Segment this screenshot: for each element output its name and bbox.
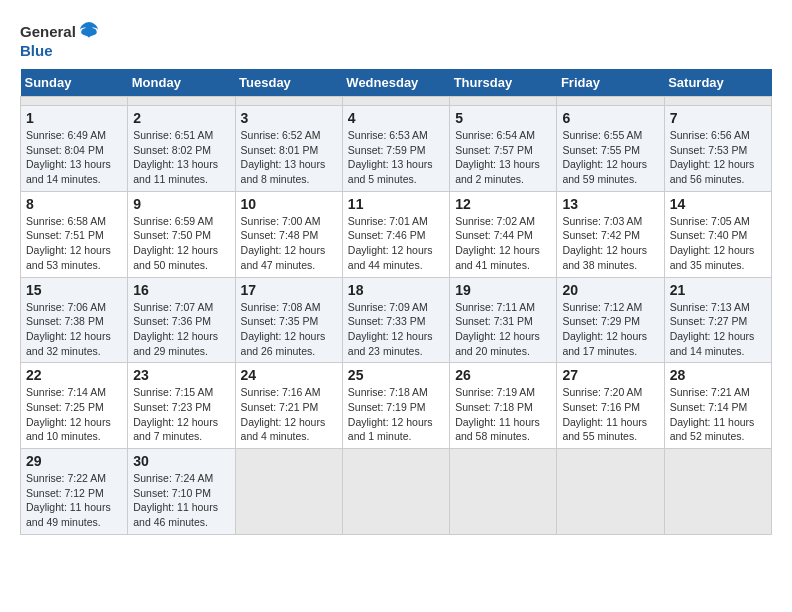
day-info: Sunrise: 7:07 AMSunset: 7:36 PMDaylight:… bbox=[133, 300, 229, 359]
day-info: Sunrise: 7:03 AMSunset: 7:42 PMDaylight:… bbox=[562, 214, 658, 273]
calendar-cell bbox=[342, 97, 449, 106]
day-info: Sunrise: 7:22 AMSunset: 7:12 PMDaylight:… bbox=[26, 471, 122, 530]
calendar-cell bbox=[664, 449, 771, 535]
calendar-cell: 5Sunrise: 6:54 AMSunset: 7:57 PMDaylight… bbox=[450, 106, 557, 192]
day-info: Sunrise: 6:53 AMSunset: 7:59 PMDaylight:… bbox=[348, 128, 444, 187]
calendar-cell: 4Sunrise: 6:53 AMSunset: 7:59 PMDaylight… bbox=[342, 106, 449, 192]
calendar-cell: 26Sunrise: 7:19 AMSunset: 7:18 PMDayligh… bbox=[450, 363, 557, 449]
calendar-cell bbox=[235, 97, 342, 106]
day-info: Sunrise: 6:51 AMSunset: 8:02 PMDaylight:… bbox=[133, 128, 229, 187]
calendar-cell: 22Sunrise: 7:14 AMSunset: 7:25 PMDayligh… bbox=[21, 363, 128, 449]
day-info: Sunrise: 7:11 AMSunset: 7:31 PMDaylight:… bbox=[455, 300, 551, 359]
calendar-cell: 29Sunrise: 7:22 AMSunset: 7:12 PMDayligh… bbox=[21, 449, 128, 535]
calendar-cell: 2Sunrise: 6:51 AMSunset: 8:02 PMDaylight… bbox=[128, 106, 235, 192]
day-number: 7 bbox=[670, 110, 766, 126]
calendar-cell: 15Sunrise: 7:06 AMSunset: 7:38 PMDayligh… bbox=[21, 277, 128, 363]
day-number: 13 bbox=[562, 196, 658, 212]
day-number: 1 bbox=[26, 110, 122, 126]
day-number: 4 bbox=[348, 110, 444, 126]
logo-blue: Blue bbox=[20, 42, 53, 59]
day-info: Sunrise: 7:15 AMSunset: 7:23 PMDaylight:… bbox=[133, 385, 229, 444]
day-info: Sunrise: 7:13 AMSunset: 7:27 PMDaylight:… bbox=[670, 300, 766, 359]
calendar-week-5: 22Sunrise: 7:14 AMSunset: 7:25 PMDayligh… bbox=[21, 363, 772, 449]
logo: General Blue bbox=[20, 20, 100, 59]
calendar-table: SundayMondayTuesdayWednesdayThursdayFrid… bbox=[20, 69, 772, 535]
calendar-cell bbox=[557, 449, 664, 535]
calendar-cell: 12Sunrise: 7:02 AMSunset: 7:44 PMDayligh… bbox=[450, 191, 557, 277]
calendar-cell bbox=[128, 97, 235, 106]
calendar-cell: 28Sunrise: 7:21 AMSunset: 7:14 PMDayligh… bbox=[664, 363, 771, 449]
weekday-header-saturday: Saturday bbox=[664, 69, 771, 97]
weekday-header-friday: Friday bbox=[557, 69, 664, 97]
day-info: Sunrise: 7:05 AMSunset: 7:40 PMDaylight:… bbox=[670, 214, 766, 273]
calendar-week-2: 1Sunrise: 6:49 AMSunset: 8:04 PMDaylight… bbox=[21, 106, 772, 192]
day-info: Sunrise: 6:55 AMSunset: 7:55 PMDaylight:… bbox=[562, 128, 658, 187]
weekday-header-row: SundayMondayTuesdayWednesdayThursdayFrid… bbox=[21, 69, 772, 97]
day-info: Sunrise: 6:52 AMSunset: 8:01 PMDaylight:… bbox=[241, 128, 337, 187]
day-number: 2 bbox=[133, 110, 229, 126]
day-info: Sunrise: 7:09 AMSunset: 7:33 PMDaylight:… bbox=[348, 300, 444, 359]
calendar-cell: 1Sunrise: 6:49 AMSunset: 8:04 PMDaylight… bbox=[21, 106, 128, 192]
weekday-header-thursday: Thursday bbox=[450, 69, 557, 97]
day-number: 3 bbox=[241, 110, 337, 126]
day-info: Sunrise: 7:08 AMSunset: 7:35 PMDaylight:… bbox=[241, 300, 337, 359]
calendar-cell bbox=[450, 449, 557, 535]
calendar-cell: 9Sunrise: 6:59 AMSunset: 7:50 PMDaylight… bbox=[128, 191, 235, 277]
day-number: 27 bbox=[562, 367, 658, 383]
day-number: 12 bbox=[455, 196, 551, 212]
calendar-cell bbox=[235, 449, 342, 535]
calendar-cell: 8Sunrise: 6:58 AMSunset: 7:51 PMDaylight… bbox=[21, 191, 128, 277]
calendar-cell bbox=[21, 97, 128, 106]
day-info: Sunrise: 6:59 AMSunset: 7:50 PMDaylight:… bbox=[133, 214, 229, 273]
calendar-cell: 10Sunrise: 7:00 AMSunset: 7:48 PMDayligh… bbox=[235, 191, 342, 277]
day-number: 6 bbox=[562, 110, 658, 126]
day-number: 19 bbox=[455, 282, 551, 298]
day-number: 9 bbox=[133, 196, 229, 212]
day-number: 23 bbox=[133, 367, 229, 383]
day-info: Sunrise: 7:02 AMSunset: 7:44 PMDaylight:… bbox=[455, 214, 551, 273]
day-number: 22 bbox=[26, 367, 122, 383]
calendar-cell bbox=[664, 97, 771, 106]
calendar-cell: 25Sunrise: 7:18 AMSunset: 7:19 PMDayligh… bbox=[342, 363, 449, 449]
calendar-week-3: 8Sunrise: 6:58 AMSunset: 7:51 PMDaylight… bbox=[21, 191, 772, 277]
calendar-cell: 11Sunrise: 7:01 AMSunset: 7:46 PMDayligh… bbox=[342, 191, 449, 277]
day-number: 16 bbox=[133, 282, 229, 298]
day-info: Sunrise: 7:14 AMSunset: 7:25 PMDaylight:… bbox=[26, 385, 122, 444]
calendar-week-4: 15Sunrise: 7:06 AMSunset: 7:38 PMDayligh… bbox=[21, 277, 772, 363]
day-info: Sunrise: 7:18 AMSunset: 7:19 PMDaylight:… bbox=[348, 385, 444, 444]
calendar-cell: 23Sunrise: 7:15 AMSunset: 7:23 PMDayligh… bbox=[128, 363, 235, 449]
weekday-header-wednesday: Wednesday bbox=[342, 69, 449, 97]
day-number: 30 bbox=[133, 453, 229, 469]
calendar-cell: 21Sunrise: 7:13 AMSunset: 7:27 PMDayligh… bbox=[664, 277, 771, 363]
day-info: Sunrise: 7:16 AMSunset: 7:21 PMDaylight:… bbox=[241, 385, 337, 444]
weekday-header-sunday: Sunday bbox=[21, 69, 128, 97]
day-info: Sunrise: 7:12 AMSunset: 7:29 PMDaylight:… bbox=[562, 300, 658, 359]
calendar-week-1 bbox=[21, 97, 772, 106]
day-info: Sunrise: 7:01 AMSunset: 7:46 PMDaylight:… bbox=[348, 214, 444, 273]
calendar-cell: 3Sunrise: 6:52 AMSunset: 8:01 PMDaylight… bbox=[235, 106, 342, 192]
day-number: 18 bbox=[348, 282, 444, 298]
day-info: Sunrise: 6:49 AMSunset: 8:04 PMDaylight:… bbox=[26, 128, 122, 187]
day-info: Sunrise: 6:54 AMSunset: 7:57 PMDaylight:… bbox=[455, 128, 551, 187]
calendar-cell: 18Sunrise: 7:09 AMSunset: 7:33 PMDayligh… bbox=[342, 277, 449, 363]
day-number: 15 bbox=[26, 282, 122, 298]
day-info: Sunrise: 7:19 AMSunset: 7:18 PMDaylight:… bbox=[455, 385, 551, 444]
day-number: 20 bbox=[562, 282, 658, 298]
day-number: 10 bbox=[241, 196, 337, 212]
calendar-cell: 30Sunrise: 7:24 AMSunset: 7:10 PMDayligh… bbox=[128, 449, 235, 535]
day-info: Sunrise: 7:24 AMSunset: 7:10 PMDaylight:… bbox=[133, 471, 229, 530]
calendar-cell: 14Sunrise: 7:05 AMSunset: 7:40 PMDayligh… bbox=[664, 191, 771, 277]
day-number: 29 bbox=[26, 453, 122, 469]
day-number: 17 bbox=[241, 282, 337, 298]
calendar-cell: 6Sunrise: 6:55 AMSunset: 7:55 PMDaylight… bbox=[557, 106, 664, 192]
calendar-cell: 24Sunrise: 7:16 AMSunset: 7:21 PMDayligh… bbox=[235, 363, 342, 449]
calendar-cell bbox=[450, 97, 557, 106]
calendar-cell: 16Sunrise: 7:07 AMSunset: 7:36 PMDayligh… bbox=[128, 277, 235, 363]
calendar-cell: 27Sunrise: 7:20 AMSunset: 7:16 PMDayligh… bbox=[557, 363, 664, 449]
day-number: 14 bbox=[670, 196, 766, 212]
calendar-cell: 20Sunrise: 7:12 AMSunset: 7:29 PMDayligh… bbox=[557, 277, 664, 363]
logo-general: General bbox=[20, 23, 76, 40]
logo-bird-icon bbox=[78, 20, 100, 42]
calendar-cell bbox=[342, 449, 449, 535]
calendar-cell bbox=[557, 97, 664, 106]
